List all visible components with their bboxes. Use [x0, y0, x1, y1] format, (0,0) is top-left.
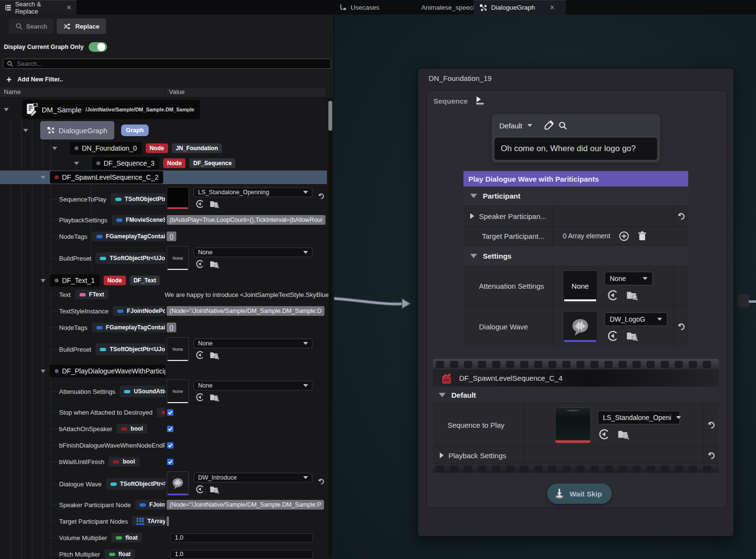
- close-icon[interactable]: ✕: [66, 4, 72, 11]
- graph-node-dn-foundation-19[interactable]: DN_Foundation_19 Sequence Default: [417, 68, 734, 537]
- play-sequence-icon[interactable]: [475, 96, 485, 106]
- node-pill[interactable]: DF_SpawnLevelSequence_C_2: [50, 171, 163, 184]
- asset-thumbnail[interactable]: None: [167, 337, 189, 361]
- caret-down-icon[interactable]: [23, 129, 28, 132]
- use-selected-icon[interactable]: [607, 330, 618, 342]
- asset-combo[interactable]: None: [194, 339, 312, 348]
- style-selector[interactable]: Default: [499, 122, 523, 130]
- use-selected-icon[interactable]: [196, 393, 204, 402]
- property-row[interactable]: Pitch Multiplier float: [0, 549, 327, 559]
- display-current-graph-toggle[interactable]: [89, 42, 107, 52]
- caret-down-icon[interactable]: [41, 176, 46, 179]
- caret-down-icon[interactable]: [74, 162, 79, 165]
- asset-thumbnail[interactable]: [167, 471, 189, 496]
- bool-checkbox[interactable]: [167, 458, 174, 466]
- browse-to-asset-icon[interactable]: [626, 330, 638, 341]
- search-icon[interactable]: [558, 121, 568, 130]
- volume-multiplier-input[interactable]: [170, 533, 313, 543]
- scrollbar-thumb[interactable]: [328, 101, 332, 131]
- reset-to-default-icon[interactable]: [677, 322, 686, 331]
- tree-row-node[interactable]: DF_PlayDialogueWaveWithParticipant_: [0, 364, 327, 378]
- delete-elements-icon[interactable]: [638, 231, 647, 241]
- tab-usecases[interactable]: Usecases: [334, 0, 412, 15]
- dialogue-text-box[interactable]: Oh come on, Where did our logo go?: [494, 137, 658, 161]
- reset-to-default-icon[interactable]: [707, 420, 716, 430]
- property-row[interactable]: Stop when Attached to Destroyed: [0, 407, 327, 417]
- browse-to-asset-icon[interactable]: [210, 485, 219, 494]
- close-icon[interactable]: ✕: [550, 4, 555, 11]
- eyedropper-icon[interactable]: [544, 121, 554, 130]
- graph-pill[interactable]: DialogueGraph: [40, 121, 114, 140]
- output-pin[interactable]: [737, 294, 750, 308]
- property-row[interactable]: Text FText We are happy to introduce <Jo…: [0, 290, 327, 299]
- struct-value[interactable]: (bAutoPlay=True,LoopCount=(),TickInterva…: [167, 215, 325, 225]
- property-row[interactable]: TextStyleInstance FJointNodePoi (Node="/…: [0, 306, 327, 316]
- search-mode-button[interactable]: Search: [9, 18, 54, 34]
- browse-to-asset-icon[interactable]: [617, 429, 630, 439]
- reset-to-default-icon[interactable]: [707, 451, 716, 460]
- settings-section-header[interactable]: Settings: [463, 246, 688, 266]
- tab-search-replace[interactable]: Search & Replace ✕: [0, 0, 77, 15]
- property-row[interactable]: Volume Multiplier float: [0, 533, 327, 543]
- tree-search-input[interactable]: [17, 60, 327, 67]
- struct-value[interactable]: (): [167, 232, 176, 241]
- tab-dialoguegraph[interactable]: DialogueGraph ✕: [474, 0, 566, 15]
- use-selected-icon[interactable]: [196, 485, 204, 494]
- property-row[interactable]: Speaker Participant Node FJoint (Node="/…: [0, 500, 327, 510]
- browse-to-asset-icon[interactable]: [210, 200, 219, 208]
- tree-row-asset[interactable]: DM_Sample /JointNative/Sample/DM_Sample.…: [0, 98, 327, 121]
- use-selected-icon[interactable]: [607, 290, 618, 301]
- use-selected-icon[interactable]: [196, 351, 204, 359]
- caret-right-icon[interactable]: [470, 213, 474, 219]
- reset-to-default-icon[interactable]: [317, 478, 325, 485]
- bool-checkbox[interactable]: [167, 425, 174, 433]
- tree-row-node-selected[interactable]: DF_SpawnLevelSequence_C_2 Node: [0, 171, 327, 184]
- property-row[interactable]: Attenuation Settings USoundAtten None No…: [0, 378, 327, 405]
- asset-combo[interactable]: DW_Introduce: [194, 473, 312, 482]
- bool-checkbox[interactable]: [167, 409, 174, 416]
- caret-down-icon[interactable]: [41, 370, 46, 373]
- asset-combo[interactable]: None: [604, 272, 653, 285]
- asset-combo[interactable]: DW_LogoG: [604, 312, 667, 326]
- use-selected-icon[interactable]: [599, 429, 610, 440]
- participant-section-header[interactable]: Participant: [463, 186, 688, 206]
- asset-combo[interactable]: LS_Standalone_Openning: [194, 187, 312, 197]
- wait-skip-button[interactable]: Wait Skip: [547, 483, 612, 504]
- asset-combo[interactable]: None: [194, 248, 312, 257]
- default-section-header[interactable]: Default: [433, 387, 719, 404]
- struct-value[interactable]: (): [167, 323, 176, 332]
- struct-value[interactable]: (Node="/JointNative/Sample/DM_Sample.DM_…: [167, 500, 324, 510]
- graph-canvas[interactable]: DN_Foundation_19 Sequence Default: [334, 15, 756, 559]
- node-pill[interactable]: DN_Foundation_0: [70, 142, 142, 155]
- property-row[interactable]: BuildPreset TSoftObjectPtr<UJoint None N…: [0, 245, 327, 272]
- asset-combo[interactable]: LS_Standalone_Openi: [598, 411, 680, 424]
- property-row[interactable]: bAttachOnSpeaker bool: [0, 424, 327, 434]
- property-row[interactable]: NodeTags FGameplayTagContainer (): [0, 323, 327, 332]
- add-new-filter-button[interactable]: ＋ Add New Filter..: [5, 75, 63, 83]
- text-value[interactable]: We are happy to introduce <JointSampleTe…: [165, 291, 329, 298]
- property-row[interactable]: SequenceToPlay TSoftObjectPtr< LS_Standa…: [0, 186, 327, 213]
- node-pill[interactable]: DF_PlayDialogueWaveWithParticipant_: [50, 365, 165, 377]
- struct-value[interactable]: (Node="/JointNative/Sample/DM_Sample.DM_…: [167, 306, 324, 316]
- asset-pill[interactable]: DM_Sample /JointNative/Sample/DM_Sample.…: [22, 100, 200, 119]
- property-row[interactable]: bFinishDialogueWaveWhenNodeEndPl: [0, 440, 327, 450]
- scrollbar-track[interactable]: [328, 98, 332, 557]
- asset-thumbnail[interactable]: [167, 187, 189, 209]
- tree-row-node[interactable]: DF_Text_1 Node DF_Text: [0, 274, 327, 287]
- reset-to-default-icon[interactable]: [677, 212, 686, 221]
- tree-row-graph[interactable]: DialogueGraph Graph: [0, 121, 327, 140]
- property-row[interactable]: NodeTags FGameplayTagContainer (): [0, 232, 327, 241]
- asset-thumbnail[interactable]: None: [167, 246, 189, 270]
- asset-combo[interactable]: None: [194, 381, 312, 390]
- replace-mode-button[interactable]: Replace: [57, 18, 106, 34]
- tab-animalese-speech[interactable]: Animalese_speech: [412, 0, 474, 15]
- property-row[interactable]: BuildPreset TSoftObjectPtr<UJoint None N…: [0, 336, 327, 363]
- property-row[interactable]: Target Participant Nodes TArray: [0, 516, 327, 526]
- asset-thumbnail[interactable]: None: [563, 270, 598, 302]
- browse-to-asset-icon[interactable]: [626, 290, 638, 300]
- pitch-multiplier-input[interactable]: [170, 550, 313, 559]
- caret-down-icon[interactable]: [4, 108, 9, 111]
- use-selected-icon[interactable]: [196, 260, 204, 268]
- caret-down-icon[interactable]: [52, 147, 57, 150]
- bool-checkbox[interactable]: [167, 442, 174, 449]
